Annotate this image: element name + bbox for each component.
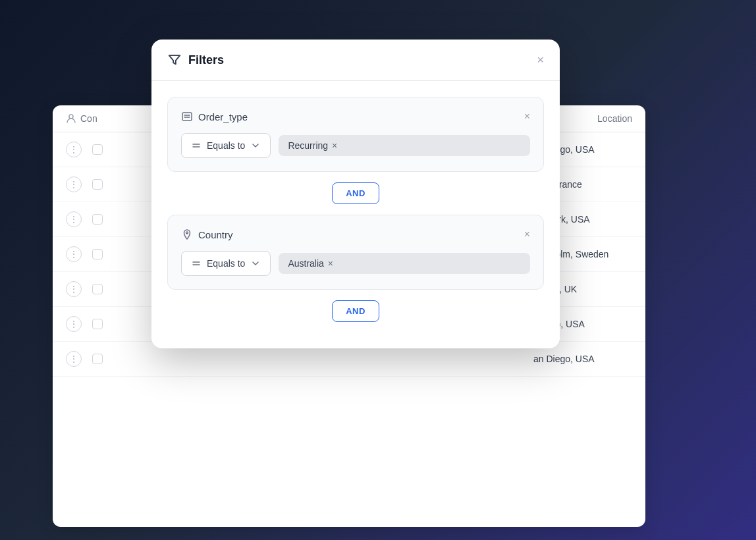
filter-field-label-1: Order_type	[198, 111, 248, 122]
modal-body: Order_type × Equals to	[151, 81, 560, 348]
row-menu-icon: ⋮	[66, 142, 82, 157]
row-menu-icon: ⋮	[66, 316, 82, 332]
filter-card-header-1: Order_type ×	[181, 111, 530, 122]
filter-field-label-2: Country	[198, 229, 233, 240]
equals-icon-2	[191, 258, 202, 269]
row-menu-icon: ⋮	[66, 351, 82, 367]
contact-col-label: Con	[80, 113, 97, 124]
country-icon	[181, 229, 193, 240]
svg-rect-1	[182, 113, 192, 121]
chevron-down-icon-1	[250, 140, 261, 151]
filter-card-title-1: Order_type	[181, 111, 248, 122]
modal-close-button[interactable]: ×	[537, 54, 544, 66]
contact-col-header: Con	[66, 113, 97, 124]
row-menu-icon: ⋮	[66, 211, 82, 227]
row-menu-icon: ⋮	[66, 176, 82, 192]
row-checkbox[interactable]	[92, 354, 103, 364]
row-menu-icon: ⋮	[66, 246, 82, 262]
filter-operator-dropdown-2[interactable]: Equals to	[181, 251, 271, 276]
filter-card-header-2: Country ×	[181, 229, 530, 240]
chevron-down-icon-2	[250, 258, 261, 269]
row-checkbox[interactable]	[92, 214, 103, 225]
filter-value-remove-2[interactable]: ×	[328, 259, 333, 268]
row-location: an Diego, USA	[533, 354, 632, 364]
modal-title-text: Filters	[188, 53, 224, 67]
svg-point-6	[186, 232, 188, 234]
modal-header: Filters ×	[151, 40, 560, 81]
row-checkbox[interactable]	[92, 284, 103, 294]
person-icon	[66, 113, 76, 124]
svg-point-0	[69, 115, 73, 119]
location-col-header: Location	[597, 113, 632, 124]
row-checkbox[interactable]	[92, 249, 103, 259]
and-button-2[interactable]: AND	[332, 300, 379, 322]
filter-value-remove-1[interactable]: ×	[332, 141, 337, 150]
filter-value-tag-1: Recurring ×	[279, 135, 530, 156]
row-checkbox[interactable]	[92, 179, 103, 190]
modal-title: Filters	[167, 53, 224, 67]
filter-value-tag-2: Australia ×	[279, 253, 530, 274]
equals-icon-1	[191, 140, 202, 151]
filter-operator-label-1: Equals to	[207, 140, 245, 151]
filter-row-1: Equals to Recurring ×	[181, 133, 530, 158]
filter-operator-dropdown-1[interactable]: Equals to	[181, 133, 271, 158]
filter-operator-label-2: Equals to	[207, 258, 245, 269]
filter-card-order-type: Order_type × Equals to	[167, 97, 544, 172]
filter-card-country: Country × Equals to	[167, 215, 544, 290]
filter-card-title-2: Country	[181, 229, 233, 240]
row-checkbox[interactable]	[92, 319, 103, 329]
and-connector-1: AND	[167, 172, 544, 215]
filter-icon	[167, 53, 182, 67]
filter-card-close-2[interactable]: ×	[524, 229, 530, 240]
filter-value-text-2: Australia	[288, 258, 323, 269]
filter-card-close-1[interactable]: ×	[524, 111, 530, 122]
and-button-1[interactable]: AND	[332, 182, 379, 204]
filter-value-text-1: Recurring	[288, 140, 328, 151]
and-connector-2: AND	[167, 290, 544, 333]
filter-modal: Filters × Order_type ×	[151, 40, 560, 348]
row-checkbox[interactable]	[92, 144, 103, 155]
order-type-icon	[181, 111, 193, 122]
filter-row-2: Equals to Australia ×	[181, 251, 530, 276]
row-menu-icon: ⋮	[66, 281, 82, 297]
